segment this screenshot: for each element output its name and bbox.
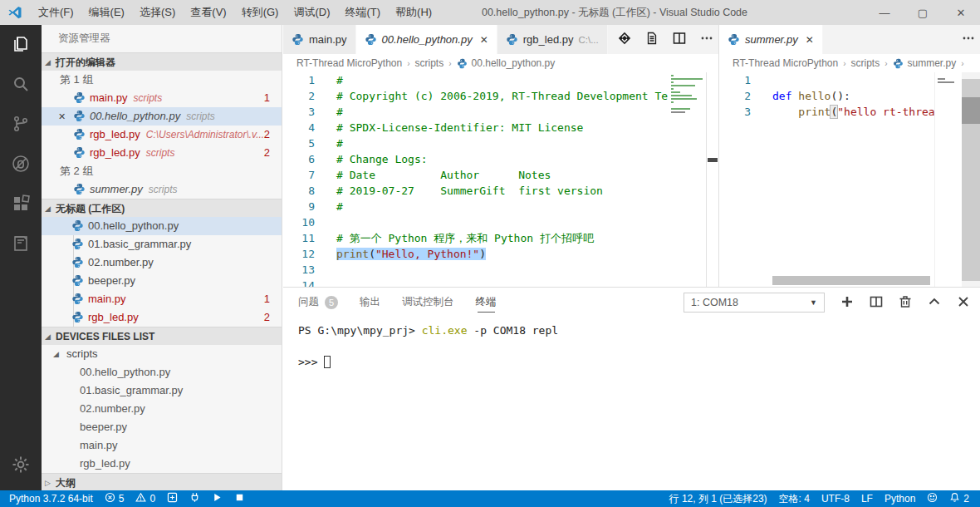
- rt-thread-pages-icon[interactable]: [0, 224, 42, 263]
- horizontal-scrollbar[interactable]: [772, 276, 930, 285]
- close-icon[interactable]: ✕: [480, 34, 488, 46]
- kill-terminal-button[interactable]: [899, 295, 912, 311]
- indentation[interactable]: 空格: 4: [773, 490, 816, 507]
- file-name: 00.hello_python.py: [88, 219, 179, 232]
- menu-item-1[interactable]: 编辑(E): [81, 0, 132, 25]
- minimap[interactable]: [669, 72, 706, 287]
- status-label: 2: [963, 493, 969, 505]
- new-terminal-button[interactable]: [840, 295, 854, 311]
- menu-item-4[interactable]: 转到(G): [234, 0, 287, 25]
- list-item-00.hello_python.py[interactable]: ✕00.hello_python.pyscripts: [42, 107, 282, 126]
- menu-item-7[interactable]: 帮助(H): [388, 0, 439, 25]
- list-item-02.number.py[interactable]: 02.number.py: [42, 254, 282, 272]
- close-panel-button[interactable]: [957, 295, 970, 311]
- cursor-position[interactable]: 行 12, 列 1 (已选择23): [664, 490, 773, 507]
- panel-tab-调试控制台[interactable]: 调试控制台: [402, 288, 454, 317]
- list-item-main.py[interactable]: main.pyscripts1: [42, 89, 282, 107]
- encoding[interactable]: UTF-8: [816, 490, 855, 507]
- split-editor-icon[interactable]: [673, 32, 686, 47]
- maximize-panel-button[interactable]: [928, 295, 941, 311]
- tab-summer.py[interactable]: summer.py✕: [719, 25, 823, 54]
- editor-actions: [618, 25, 713, 54]
- source-control-icon[interactable]: [0, 105, 42, 143]
- explorer-icon[interactable]: [0, 25, 42, 63]
- more-icon[interactable]: [700, 32, 713, 47]
- open-editors-header[interactable]: ◢打开的编辑器: [42, 52, 282, 71]
- device-file-01.basic_grammar.py[interactable]: 01.basic_grammar.py: [42, 381, 282, 400]
- twistie-icon: ◢: [53, 345, 59, 363]
- terminal[interactable]: PS G:\mpy\mpy_prj> cli.exe -p COM18 repl…: [298, 322, 972, 487]
- menu-item-5[interactable]: 调试(D): [286, 0, 337, 25]
- settings-icon[interactable]: [0, 445, 42, 484]
- device-file-beeper.py[interactable]: beeper.py: [42, 418, 282, 436]
- debug-icon[interactable]: [0, 145, 42, 183]
- minimap[interactable]: [934, 72, 962, 287]
- connect-device[interactable]: [184, 490, 206, 507]
- list-item-beeper.py[interactable]: beeper.py: [42, 272, 282, 290]
- warning-count[interactable]: 0: [130, 490, 161, 507]
- code-token: (: [369, 248, 375, 260]
- folder-scripts[interactable]: ◢scripts: [42, 345, 282, 363]
- line-content: # 2019-07-27 SummerGift first version: [336, 185, 603, 197]
- scrollbar-thumb[interactable]: [962, 97, 980, 124]
- python-interpreter[interactable]: Python 3.7.2 64-bit: [3, 490, 99, 507]
- add-device[interactable]: [161, 490, 184, 507]
- tab-00.hello_python.py[interactable]: 00.hello_python.py✕: [356, 25, 497, 54]
- stop-button[interactable]: [228, 490, 251, 507]
- list-item-rgb_led.py[interactable]: rgb_led.py2: [42, 308, 282, 327]
- list-item-rgb_led.py[interactable]: rgb_led.pyC:\Users\Administrator\.v...2: [42, 126, 282, 144]
- close-button[interactable]: ✕: [942, 0, 980, 25]
- minimap-line: [671, 95, 692, 96]
- code-token: # Copyright (c) 2006-2019, RT-Thread Dev…: [336, 90, 668, 102]
- tab-rgb_led.py[interactable]: rgb_led.pyC:\...: [497, 25, 608, 54]
- eol[interactable]: LF: [855, 490, 879, 507]
- file-detail: C:\Users\Administrator\.v...: [146, 129, 264, 140]
- outline-header[interactable]: ▷大纲: [42, 473, 282, 490]
- more-icon[interactable]: [962, 32, 975, 47]
- error-count[interactable]: 5: [99, 490, 130, 507]
- split-terminal-button[interactable]: [870, 295, 883, 311]
- terminal-select[interactable]: 1: COM18 ▼: [684, 293, 825, 313]
- editor-actions: [962, 25, 975, 54]
- section-label: 无标题 (工作区): [56, 203, 125, 214]
- code-editor[interactable]: 12def hello():3 print("hello rt-thread": [719, 72, 934, 287]
- close-icon[interactable]: ✕: [806, 34, 814, 46]
- notifications[interactable]: 2: [943, 490, 975, 507]
- device-file-00.hello_python.py[interactable]: 00.hello_python.py: [42, 363, 282, 381]
- panel-tab-输出[interactable]: 输出: [360, 288, 380, 317]
- run-button[interactable]: [206, 490, 228, 507]
- list-item-00.hello_python.py[interactable]: 00.hello_python.py: [42, 217, 282, 235]
- tab-main.py[interactable]: main.py: [283, 25, 356, 54]
- breadcrumb[interactable]: RT-Thread MicroPython›scripts›00.hello_p…: [283, 54, 718, 72]
- extensions-icon[interactable]: [0, 185, 42, 223]
- menu-item-3[interactable]: 查看(V): [183, 0, 233, 25]
- device-file-main.py[interactable]: main.py: [42, 436, 282, 455]
- list-item-rgb_led.py[interactable]: rgb_led.pyscripts2: [42, 144, 282, 162]
- list-item-summer.py[interactable]: summer.pyscripts: [42, 180, 282, 199]
- language-mode[interactable]: Python: [879, 490, 921, 507]
- preview-file-icon[interactable]: [645, 32, 659, 47]
- maximize-button[interactable]: ▢: [904, 0, 942, 25]
- list-item-01.basic_grammar.py[interactable]: 01.basic_grammar.py: [42, 235, 282, 254]
- feedback[interactable]: [921, 490, 943, 507]
- workspace-header[interactable]: ◢无标题 (工作区): [42, 199, 282, 217]
- search-icon[interactable]: [0, 65, 42, 103]
- close-icon[interactable]: ✕: [58, 107, 66, 126]
- minimize-button[interactable]: —: [865, 0, 904, 25]
- device-file-02.number.py[interactable]: 02.number.py: [42, 400, 282, 418]
- list-item-main.py[interactable]: main.py1: [42, 290, 282, 308]
- menu-item-2[interactable]: 选择(S): [132, 0, 183, 25]
- menu-item-6[interactable]: 终端(T): [337, 0, 388, 25]
- breadcrumb[interactable]: RT-Thread MicroPython›scripts›summer.py›: [719, 54, 980, 72]
- tab-bar: summer.py✕: [719, 25, 980, 54]
- sash-handle[interactable]: [708, 158, 718, 162]
- device-file-rgb_led.py[interactable]: rgb_led.py: [42, 455, 282, 473]
- menu-item-0[interactable]: 文件(F): [31, 0, 81, 25]
- panel-tab-终端[interactable]: 终端: [476, 288, 497, 317]
- devices-files-header[interactable]: ◢DEVICES FILES LIST: [42, 327, 282, 345]
- sync-diamond-icon[interactable]: [618, 32, 631, 47]
- code-editor[interactable]: 1#2# Copyright (c) 2006-2019, RT-Thread …: [283, 72, 669, 287]
- vertical-scrollbar[interactable]: [962, 79, 980, 281]
- editor-sash[interactable]: [706, 72, 718, 287]
- panel-tab-问题[interactable]: 问题5: [298, 288, 338, 317]
